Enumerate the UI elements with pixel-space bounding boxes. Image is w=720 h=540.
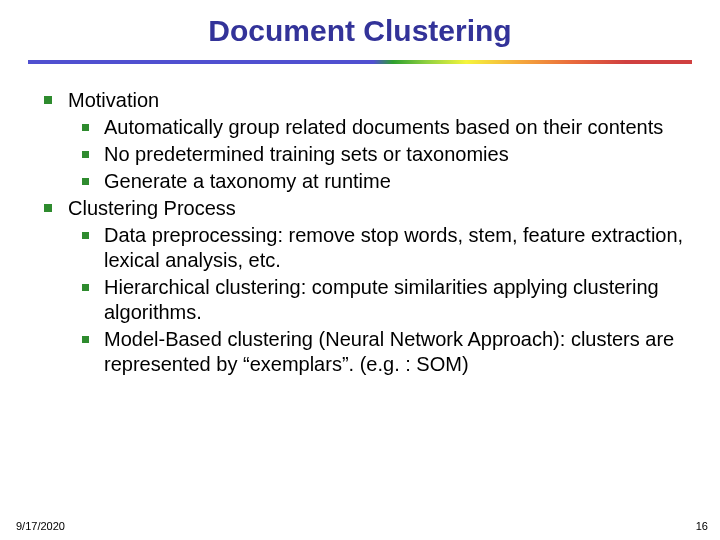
- subbullet: Generate a taxonomy at runtime: [68, 169, 692, 194]
- subbullet: Hierarchical clustering: compute similar…: [68, 275, 692, 325]
- subbullet: Automatically group related documents ba…: [68, 115, 692, 140]
- subbullet: Model-Based clustering (Neural Network A…: [68, 327, 692, 377]
- footer-date: 9/17/2020: [16, 520, 65, 532]
- subbullet: No predetermined training sets or taxono…: [68, 142, 692, 167]
- bullet-label: Motivation: [68, 89, 159, 111]
- bullet-label: Clustering Process: [68, 197, 236, 219]
- slide-title: Document Clustering: [28, 14, 692, 48]
- bullet-motivation: Motivation Automatically group related d…: [28, 88, 692, 194]
- slide-content: Motivation Automatically group related d…: [28, 88, 692, 377]
- rainbow-divider: [28, 60, 692, 64]
- slide-footer: 9/17/2020 16: [16, 520, 708, 532]
- bullet-clustering-process: Clustering Process Data preprocessing: r…: [28, 196, 692, 377]
- subbullet: Data preprocessing: remove stop words, s…: [68, 223, 692, 273]
- footer-page-number: 16: [696, 520, 708, 532]
- slide: Document Clustering Motivation Automatic…: [0, 0, 720, 540]
